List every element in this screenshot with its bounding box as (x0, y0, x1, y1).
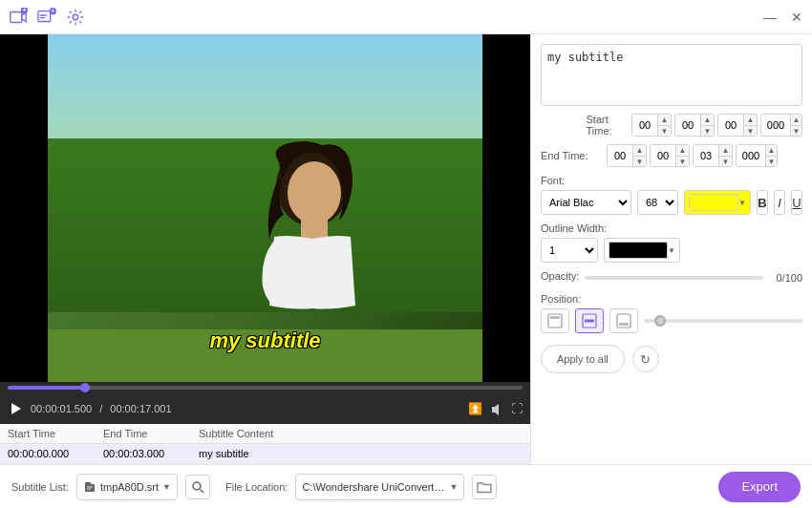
end-sec-down[interactable]: ▼ (719, 156, 732, 166)
progress-area (0, 382, 530, 393)
end-time-inputs: ▲▼ ▲▼ ▲▼ ▲▼ (607, 144, 778, 167)
font-size-select[interactable]: 68 12 16 24 36 48 72 (637, 190, 678, 215)
start-time-label-text: Start Time: (587, 114, 629, 137)
time-separator: / (99, 403, 102, 414)
position-middle-button[interactable] (575, 308, 604, 333)
start-sec-input[interactable]: ▲▼ (717, 114, 758, 137)
start-ms-value[interactable] (761, 115, 790, 136)
opacity-label: Opacity: (541, 270, 579, 282)
apply-row: Apply to all ↻ (541, 345, 802, 373)
folder-button[interactable] (472, 475, 497, 499)
position-top-button[interactable] (541, 308, 569, 333)
end-ms-value[interactable] (737, 145, 765, 166)
end-min-up[interactable]: ▲ (676, 145, 689, 156)
end-hour-up[interactable]: ▲ (633, 145, 646, 156)
start-min-value[interactable] (675, 115, 700, 136)
opacity-value: 0/100 (769, 272, 802, 284)
subtitle-list-area: Start Time End Time Subtitle Content 00:… (0, 424, 530, 464)
end-min-value[interactable] (651, 145, 675, 166)
start-sec-value[interactable] (718, 115, 743, 136)
start-min-down[interactable]: ▼ (701, 125, 714, 136)
start-ms-input[interactable]: ▲▼ (760, 114, 802, 137)
start-sec-up[interactable]: ▲ (744, 115, 757, 125)
outline-width-select[interactable]: 1 2 3 4 (541, 238, 598, 263)
search-button[interactable] (185, 475, 210, 499)
subtitle-text-input[interactable]: my subtitle (541, 44, 802, 106)
end-sec-input[interactable]: ▲▼ (693, 144, 733, 167)
progress-fill (8, 386, 85, 390)
font-color-picker[interactable]: ▼ (684, 190, 751, 215)
close-button[interactable]: ✕ (789, 11, 804, 24)
opacity-row: Opacity: 0/100 (541, 270, 802, 286)
window-controls: — ✕ (762, 11, 804, 24)
start-sec-down[interactable]: ▼ (744, 125, 757, 136)
volume-icon[interactable] (490, 402, 503, 415)
svg-rect-11 (301, 220, 328, 239)
end-ms-input[interactable]: ▲▼ (736, 144, 778, 167)
subtitle-file-selector[interactable]: tmpA80D.srt ▼ (76, 474, 178, 500)
header-content: Subtitle Content (199, 428, 523, 439)
end-ms-up[interactable]: ▲ (766, 145, 777, 156)
start-hour-down[interactable]: ▼ (658, 125, 671, 136)
end-sec-value[interactable] (694, 145, 718, 166)
end-min-down[interactable]: ▼ (676, 156, 689, 166)
end-hour-down[interactable]: ▼ (633, 156, 646, 166)
font-label: Font: (541, 175, 802, 186)
start-ms-up[interactable]: ▲ (791, 115, 801, 125)
subtitle-overlay: my subtitle (209, 328, 320, 353)
italic-button[interactable]: I (774, 190, 785, 215)
position-bottom-button[interactable] (609, 308, 638, 333)
start-hour-up[interactable]: ▲ (658, 115, 671, 125)
subtitle-dropdown-arrow: ▼ (162, 482, 171, 492)
subtitle-file-icon (83, 480, 96, 494)
svg-rect-18 (619, 323, 629, 326)
table-row[interactable]: 00:00:00.000 00:00:03.000 my subtitle (0, 444, 530, 464)
progress-track[interactable] (8, 386, 523, 390)
refresh-button[interactable]: ↻ (632, 346, 659, 372)
start-hour-input[interactable]: ▲▼ (631, 114, 672, 137)
header-start-time: Start Time (8, 428, 103, 439)
opacity-slider[interactable] (585, 276, 763, 280)
svg-rect-0 (11, 11, 22, 22)
end-hour-input[interactable]: ▲▼ (607, 144, 647, 167)
start-hour-value[interactable] (632, 115, 657, 136)
outline-color-arrow: ▼ (668, 246, 675, 255)
end-time-row: End Time: ▲▼ ▲▼ ▲▼ ▲▼ (541, 144, 802, 167)
export-button[interactable]: Export (718, 472, 801, 502)
fullscreen-icon[interactable]: ⛶ (511, 402, 523, 415)
video-area: my subtitle (0, 34, 530, 382)
audio-waveform-icon[interactable]: ⏫ (468, 402, 482, 415)
title-icons: + + (8, 7, 86, 28)
end-min-input[interactable]: ▲▼ (650, 144, 690, 167)
outline-label: Outline Width: (541, 222, 802, 234)
svg-line-20 (200, 489, 203, 493)
position-slider-thumb[interactable] (654, 315, 666, 327)
apply-to-all-button[interactable]: Apply to all (541, 345, 625, 373)
right-panel: my subtitle Start Time: ▲▼ ▲▼ ▲▼ (530, 34, 812, 464)
font-name-select[interactable]: Arial Blac Arial Times New Roman (541, 190, 631, 215)
start-min-input[interactable]: ▲▼ (674, 114, 715, 137)
outline-color-picker[interactable]: ▼ (604, 238, 680, 263)
progress-thumb[interactable] (80, 383, 90, 392)
end-sec-up[interactable]: ▲ (719, 145, 732, 156)
underline-button[interactable]: U (791, 190, 802, 215)
minimize-button[interactable]: — (762, 11, 778, 24)
file-location-input[interactable]: C:\Wondershare UniConverter 13\SubEd ▼ (295, 474, 464, 500)
title-bar: + + — ✕ (0, 0, 812, 34)
add-video-icon[interactable]: + (8, 7, 29, 28)
svg-rect-4 (40, 14, 47, 15)
bold-button[interactable]: B (757, 190, 768, 215)
black-bar-left (0, 34, 48, 382)
end-ms-down[interactable]: ▼ (766, 156, 777, 166)
black-bar-right (482, 34, 530, 382)
end-hour-value[interactable] (608, 145, 632, 166)
settings-icon[interactable] (65, 7, 86, 28)
start-ms-down[interactable]: ▼ (791, 125, 801, 136)
play-button[interactable] (8, 401, 23, 416)
start-min-up[interactable]: ▲ (701, 115, 714, 125)
position-slider[interactable] (644, 319, 802, 323)
add-subtitle-icon[interactable]: + (36, 7, 57, 28)
refresh-icon: ↻ (640, 352, 651, 367)
outline-section: Outline Width: 1 2 3 4 ▼ (541, 222, 802, 263)
file-location-label: File Location: (225, 481, 288, 493)
